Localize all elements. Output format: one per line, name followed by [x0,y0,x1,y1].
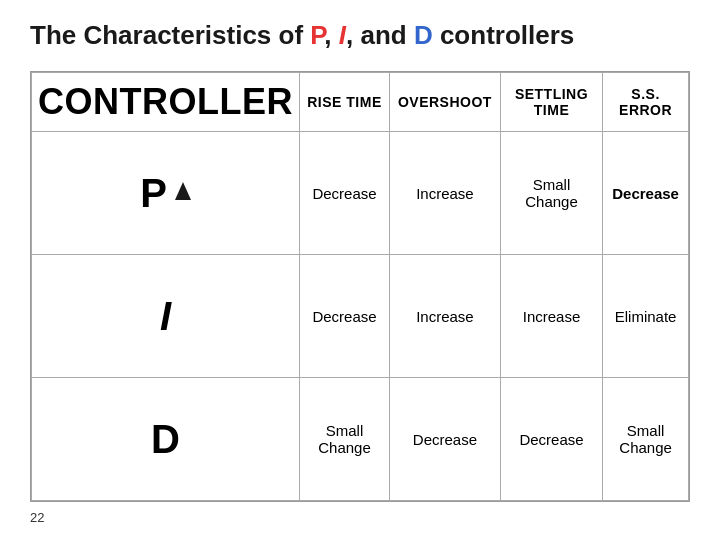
p-label: P [140,171,167,216]
d-label: D [151,417,180,461]
d-ss-error: Small Change [603,378,689,501]
header-settling-time: SETTLING TIME [500,73,602,132]
d-overshoot: Decrease [389,378,500,501]
p-overshoot: Increase [389,132,500,255]
table-row-d: D Small Change Decrease Decrease Small C… [32,378,689,501]
header-ss-error: S.S. ERROR [603,73,689,132]
controller-d-cell: D [32,378,300,501]
i-settling-time: Increase [500,255,602,378]
characteristics-table-wrapper: CONTROLLER RISE TIME OVERSHOOT SETTLING … [30,71,690,502]
i-label: I [160,294,171,338]
title-p: P [310,20,324,50]
table-header-row: CONTROLLER RISE TIME OVERSHOOT SETTLING … [32,73,689,132]
p-settling-time: Small Change [500,132,602,255]
page-container: The Characteristics of P, I, and D contr… [0,0,720,540]
d-rise-time: Small Change [299,378,389,501]
table-row-p: P Decrease Increase Small Change Decreas… [32,132,689,255]
d-settling-time: Decrease [500,378,602,501]
i-overshoot: Increase [389,255,500,378]
i-ss-error: Eliminate [603,255,689,378]
table-row-i: I Decrease Increase Increase Eliminate [32,255,689,378]
header-overshoot: OVERSHOOT [389,73,500,132]
title-comma2: , and [346,20,414,50]
header-controller: CONTROLLER [32,73,300,132]
page-number: 22 [30,510,690,525]
controller-i-cell: I [32,255,300,378]
title-i: I [339,20,346,50]
title-suffix: controllers [433,20,575,50]
title-d: D [414,20,433,50]
controller-p-cell: P [32,132,300,255]
p-ss-error: Decrease [603,132,689,255]
header-rise-time: RISE TIME [299,73,389,132]
title-prefix: The Characteristics of [30,20,310,50]
arrow-up-icon [175,182,191,200]
page-title: The Characteristics of P, I, and D contr… [30,20,690,51]
characteristics-table: CONTROLLER RISE TIME OVERSHOOT SETTLING … [31,72,689,501]
i-rise-time: Decrease [299,255,389,378]
controller-p-label: P [38,171,293,216]
title-comma1: , [324,20,338,50]
p-rise-time: Decrease [299,132,389,255]
